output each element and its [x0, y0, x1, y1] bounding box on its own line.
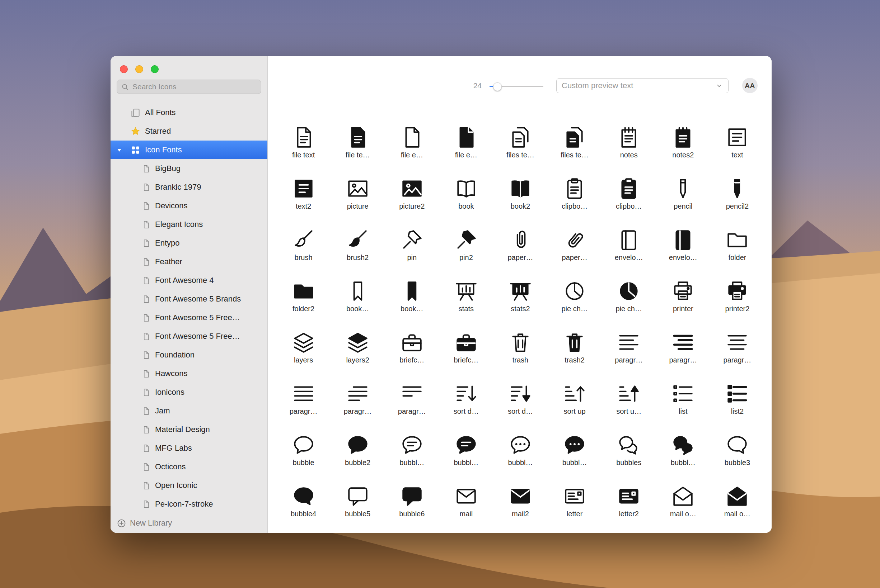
- glyph-cell[interactable]: paragr…: [656, 328, 710, 379]
- sidebar-item-font[interactable]: Foundation: [111, 346, 267, 364]
- preview-text-dropdown[interactable]: Custom preview text: [556, 78, 728, 93]
- sidebar-item-font[interactable]: MFG Labs: [111, 439, 267, 458]
- sidebar-item-font[interactable]: Font Awesome 5 Brands: [111, 290, 267, 308]
- glyph-cell[interactable]: pin2: [439, 225, 493, 276]
- glyph-cell[interactable]: files te…: [548, 123, 602, 174]
- sidebar-item-font[interactable]: Pe-icon-7-stroke: [111, 495, 267, 513]
- glyph-cell[interactable]: envelo…: [656, 225, 710, 276]
- glyph-cell[interactable]: bubbl…: [656, 430, 710, 482]
- case-toggle-button[interactable]: AA: [742, 78, 758, 93]
- glyph-cell[interactable]: mail o…: [656, 482, 710, 533]
- slider-knob[interactable]: [493, 82, 502, 91]
- glyph-cell[interactable]: stats: [439, 276, 493, 328]
- glyph-cell[interactable]: paragr…: [276, 379, 331, 430]
- glyph-cell[interactable]: stats2: [493, 276, 547, 328]
- glyph-cell[interactable]: text2: [276, 174, 331, 225]
- sidebar-item-font[interactable]: Font Awesome 4: [111, 271, 267, 290]
- glyph-cell[interactable]: notes2: [656, 123, 710, 174]
- sidebar-item-font[interactable]: Font Awesome 5 Free…: [111, 327, 267, 346]
- glyph-cell[interactable]: paper…: [493, 225, 547, 276]
- glyph-cell[interactable]: sort d…: [493, 379, 547, 430]
- glyph-cell[interactable]: picture: [331, 174, 385, 225]
- glyph-cell[interactable]: clipbo…: [602, 174, 656, 225]
- sidebar-item-font[interactable]: Hawcons: [111, 364, 267, 383]
- glyph-cell[interactable]: layers2: [331, 328, 385, 379]
- glyph-cell[interactable]: paragr…: [710, 328, 764, 379]
- glyph-cell[interactable]: envelo…: [602, 225, 656, 276]
- glyph-cell[interactable]: book2: [493, 174, 547, 225]
- size-slider[interactable]: [489, 82, 543, 91]
- glyph-cell[interactable]: files te…: [493, 123, 547, 174]
- glyph-cell[interactable]: bubble5: [331, 482, 385, 533]
- glyph-cell[interactable]: list2: [710, 379, 764, 430]
- glyph-cell[interactable]: pin: [385, 225, 439, 276]
- glyph-cell[interactable]: bubbl…: [385, 430, 439, 482]
- glyph-cell[interactable]: sort up: [548, 379, 602, 430]
- glyph-cell[interactable]: file e…: [385, 123, 439, 174]
- glyph-cell[interactable]: letter2: [602, 482, 656, 533]
- sidebar-item-font[interactable]: Entypo: [111, 234, 267, 252]
- glyph-cell[interactable]: book: [439, 174, 493, 225]
- glyph-cell[interactable]: bubble6: [385, 482, 439, 533]
- glyph-cell[interactable]: printer2: [710, 276, 764, 328]
- glyph-cell[interactable]: letter: [548, 482, 602, 533]
- zoom-button[interactable]: [151, 65, 159, 73]
- new-library-button[interactable]: New Library: [111, 513, 267, 533]
- glyph-cell[interactable]: trash: [493, 328, 547, 379]
- minimize-button[interactable]: [135, 65, 143, 73]
- glyph-cell[interactable]: sort d…: [439, 379, 493, 430]
- glyph-cell[interactable]: file te…: [331, 123, 385, 174]
- glyph-cell[interactable]: list: [656, 379, 710, 430]
- glyph-cell[interactable]: briefc…: [439, 328, 493, 379]
- glyph-cell[interactable]: bubbl…: [548, 430, 602, 482]
- glyph-cell[interactable]: bubbles: [602, 430, 656, 482]
- search-input[interactable]: [132, 82, 257, 92]
- glyph-cell[interactable]: brush2: [331, 225, 385, 276]
- glyph-cell[interactable]: bubble2: [331, 430, 385, 482]
- sidebar-item-font[interactable]: Elegant Icons: [111, 215, 267, 234]
- glyph-cell[interactable]: mail o…: [710, 482, 764, 533]
- sidebar-item-icon-fonts[interactable]: Icon Fonts: [111, 141, 267, 159]
- glyph-cell[interactable]: paragr…: [602, 328, 656, 379]
- glyph-cell[interactable]: paragr…: [385, 379, 439, 430]
- disclosure-triangle-icon[interactable]: [116, 147, 122, 153]
- sidebar-item-font[interactable]: Ionicons: [111, 383, 267, 402]
- glyph-cell[interactable]: pie ch…: [548, 276, 602, 328]
- glyph-cell[interactable]: file e…: [439, 123, 493, 174]
- glyph-cell[interactable]: pie ch…: [602, 276, 656, 328]
- sidebar-item-all-fonts[interactable]: All Fonts: [111, 103, 267, 122]
- glyph-cell[interactable]: pencil2: [710, 174, 764, 225]
- sidebar-item-font[interactable]: Devicons: [111, 196, 267, 215]
- glyph-cell[interactable]: folder2: [276, 276, 331, 328]
- glyph-cell[interactable]: bubble4: [276, 482, 331, 533]
- glyph-cell[interactable]: brush: [276, 225, 331, 276]
- glyph-cell[interactable]: sort u…: [602, 379, 656, 430]
- glyph-cell[interactable]: printer: [656, 276, 710, 328]
- glyph-cell[interactable]: bubble3: [710, 430, 764, 482]
- glyph-cell[interactable]: clipbo…: [548, 174, 602, 225]
- close-button[interactable]: [120, 65, 128, 73]
- sidebar-item-font[interactable]: Font Awesome 5 Free…: [111, 308, 267, 327]
- glyph-cell[interactable]: paragr…: [331, 379, 385, 430]
- sidebar-item-font[interactable]: BigBug: [111, 159, 267, 178]
- glyph-cell[interactable]: trash2: [548, 328, 602, 379]
- sidebar-item-font[interactable]: Jam: [111, 402, 267, 420]
- glyph-cell[interactable]: notes: [602, 123, 656, 174]
- glyph-cell[interactable]: paper…: [548, 225, 602, 276]
- glyph-cell[interactable]: briefc…: [385, 328, 439, 379]
- search-field[interactable]: [117, 80, 261, 94]
- glyph-cell[interactable]: book…: [385, 276, 439, 328]
- glyph-cell[interactable]: mail: [439, 482, 493, 533]
- glyph-cell[interactable]: picture2: [385, 174, 439, 225]
- glyph-cell[interactable]: bubble: [276, 430, 331, 482]
- glyph-cell[interactable]: bubbl…: [439, 430, 493, 482]
- sidebar-item-font[interactable]: Material Design: [111, 420, 267, 439]
- sidebar-item-font[interactable]: Octicons: [111, 458, 267, 476]
- glyph-cell[interactable]: folder: [710, 225, 764, 276]
- sidebar-item-font[interactable]: Open Iconic: [111, 476, 267, 495]
- sidebar-item-font[interactable]: Feather: [111, 252, 267, 271]
- sidebar-item-font[interactable]: Brankic 1979: [111, 178, 267, 196]
- glyph-cell[interactable]: file text: [276, 123, 331, 174]
- glyph-cell[interactable]: pencil: [656, 174, 710, 225]
- glyph-cell[interactable]: bubbl…: [493, 430, 547, 482]
